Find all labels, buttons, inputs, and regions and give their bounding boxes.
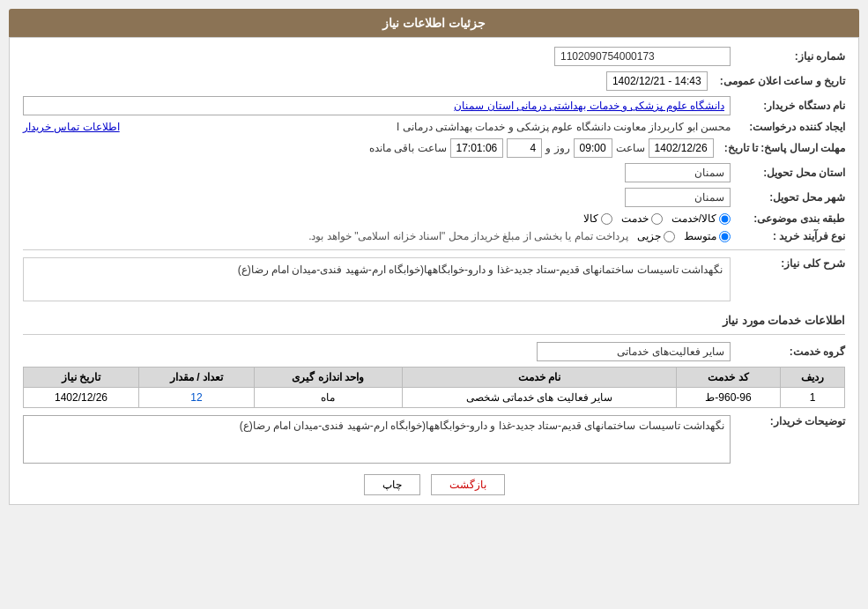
category-row: طبقه بندی موضوعی: کالا/خدمت خدمت کالا xyxy=(23,212,845,225)
table-row: 1 960-96-ط سایر فعالیت های خدماتی شخصی م… xyxy=(24,388,845,408)
col-service-name: نام خدمت xyxy=(402,368,677,388)
col-service-code: کد خدمت xyxy=(677,368,781,388)
creator-value: محسن ابو کاربرداز معاونت دانشگاه علوم پز… xyxy=(127,121,731,133)
print-button[interactable]: چاپ xyxy=(364,474,420,495)
general-desc-value: نگهداشت تاسیسات ساختمانهای قدیم-ستاد جدی… xyxy=(23,257,731,301)
buyer-desc-label: توضیحات خریدار: xyxy=(731,415,845,427)
date-announce-value: 1402/12/21 - 14:43 xyxy=(606,71,708,91)
need-number-row: شماره نیاز: 1102090754000173 xyxy=(23,47,845,66)
col-unit: واحد اندازه گیری xyxy=(254,368,402,388)
deadline-date: 1402/12/26 xyxy=(649,138,714,158)
creator-label: ایجاد کننده درخواست: xyxy=(731,121,845,133)
service-group-value: سایر فعالیت‌های خدماتی xyxy=(537,342,731,361)
deadline-remaining-label: ساعت باقی مانده xyxy=(369,142,447,154)
page-header: جزئیات اطلاعات نیاز xyxy=(9,9,859,37)
contact-link[interactable]: اطلاعات تماس خریدار xyxy=(23,121,120,133)
general-desc-label: شرح کلی نیاز: xyxy=(731,257,845,270)
province-row: استان محل تحویل: سمنان xyxy=(23,163,845,182)
purchase-type-option-jozi[interactable]: جزیی xyxy=(637,230,675,242)
service-group-label: گروه خدمت: xyxy=(731,345,845,358)
province-value: سمنان xyxy=(625,163,731,182)
city-row: شهر محل تحویل: سمنان xyxy=(23,188,845,207)
service-group-row: گروه خدمت: سایر فعالیت‌های خدماتی xyxy=(23,342,845,361)
deadline-label: مهلت ارسال پاسخ: تا تاریخ: xyxy=(717,142,845,154)
cell-row-num: 1 xyxy=(780,388,844,408)
need-number-label: شماره نیاز: xyxy=(731,50,845,63)
category-option-kala-khedmat[interactable]: کالا/خدمت xyxy=(671,212,731,225)
category-option-khedmat[interactable]: خدمت xyxy=(621,212,663,225)
back-button[interactable]: بازگشت xyxy=(431,474,505,495)
divider-1 xyxy=(23,249,845,250)
date-announce-label: تاریخ و ساعت اعلان عمومی: xyxy=(713,75,845,87)
deadline-remaining: 17:01:06 xyxy=(450,138,504,158)
cell-count: 12 xyxy=(139,388,255,408)
city-value: سمنان xyxy=(625,188,731,207)
category-label: طبقه بندی موضوعی: xyxy=(731,212,845,225)
purchase-type-label: نوع فرآیند خرید : xyxy=(731,230,845,242)
purchase-type-radio-group: متوسط جزیی xyxy=(637,230,731,242)
purchase-type-row: نوع فرآیند خرید : متوسط جزیی پرداخت تمام… xyxy=(23,230,845,242)
deadline-day: 4 xyxy=(507,138,542,158)
purchase-note: پرداخت تمام یا بخشی از مبلغ خریداز محل "… xyxy=(308,230,628,242)
deadline-day-label: روز و xyxy=(545,142,569,154)
deadline-row: مهلت ارسال پاسخ: تا تاریخ: 1402/12/26 سا… xyxy=(23,138,845,158)
col-row-num: ردیف xyxy=(780,368,844,388)
col-count: تعداد / مقدار xyxy=(139,368,255,388)
deadline-time: 09:00 xyxy=(574,138,612,158)
deadline-time-label: ساعت xyxy=(616,142,645,154)
table-header-row: ردیف کد خدمت نام خدمت واحد اندازه گیری ت… xyxy=(24,368,845,388)
province-label: استان محل تحویل: xyxy=(731,167,845,179)
city-label: شهر محل تحویل: xyxy=(731,191,845,204)
cell-service-name: سایر فعالیت های خدماتی شخصی xyxy=(402,388,677,408)
buyer-org-label: نام دستگاه خریدار: xyxy=(731,100,845,112)
buyer-org-value[interactable]: دانشگاه علوم پزشکی و خدمات بهداشتی درمان… xyxy=(23,96,731,115)
services-table: ردیف کد خدمت نام خدمت واحد اندازه گیری ت… xyxy=(23,367,845,408)
buyer-desc-textarea[interactable]: نگهداشت تاسیسات ساختمانهای قدیم-ستاد جدی… xyxy=(23,415,731,464)
general-desc-row: شرح کلی نیاز: نگهداشت تاسیسات ساختمانهای… xyxy=(23,257,845,307)
cell-service-code: 960-96-ط xyxy=(677,388,781,408)
category-radio-group: کالا/خدمت خدمت کالا xyxy=(583,212,731,225)
category-option-kala[interactable]: کالا xyxy=(583,212,612,225)
services-info-title: اطلاعات خدمات مورد نیاز xyxy=(23,314,845,327)
col-date: تاریخ نیاز xyxy=(24,368,139,388)
need-number-value: 1102090754000173 xyxy=(554,47,731,66)
action-buttons: بازگشت چاپ xyxy=(23,474,845,495)
cell-date: 1402/12/26 xyxy=(24,388,139,408)
divider-2 xyxy=(23,334,845,335)
buyer-org-row: نام دستگاه خریدار: دانشگاه علوم پزشکی و … xyxy=(23,96,845,115)
purchase-type-option-motavaset[interactable]: متوسط xyxy=(684,230,731,242)
date-announce-row: تاریخ و ساعت اعلان عمومی: 1402/12/21 - 1… xyxy=(23,71,845,91)
cell-unit: ماه xyxy=(254,388,402,408)
buyer-desc-row: توضیحات خریدار: نگهداشت تاسیسات ساختمانه… xyxy=(23,415,845,464)
creator-row: ایجاد کننده درخواست: محسن ابو کاربرداز م… xyxy=(23,121,845,133)
page-title: جزئیات اطلاعات نیاز xyxy=(382,16,486,30)
